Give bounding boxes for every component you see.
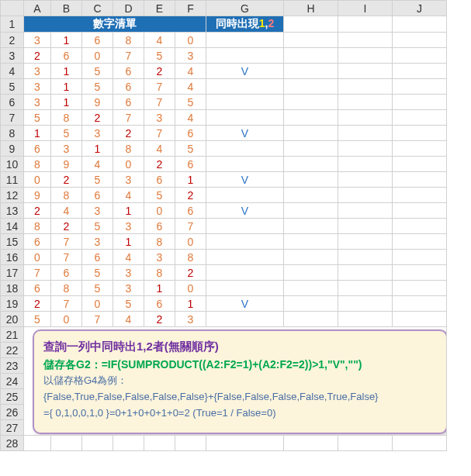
cell[interactable] [393,296,447,312]
data-cell[interactable]: 3 [24,64,51,79]
data-cell[interactable]: 3 [113,219,144,234]
col-header-G[interactable]: G [206,1,284,16]
cell[interactable] [284,250,338,265]
data-cell[interactable]: 8 [113,141,144,157]
cell[interactable] [175,436,206,451]
data-cell[interactable]: 1 [175,296,206,312]
cell[interactable] [393,312,447,327]
data-cell[interactable]: 6 [51,48,82,64]
data-cell[interactable]: 0 [175,234,206,250]
data-cell[interactable]: 9 [82,95,113,110]
cell[interactable] [338,33,393,48]
row-header-5[interactable]: 5 [1,79,24,95]
row-header-2[interactable]: 2 [1,33,24,48]
col-header-J[interactable]: J [393,1,447,16]
data-cell[interactable]: 2 [175,188,206,203]
cell[interactable] [338,79,393,95]
cell[interactable] [284,110,338,126]
cell[interactable] [284,16,338,33]
data-cell[interactable]: 0 [144,203,175,219]
cell[interactable] [393,141,447,157]
data-cell[interactable]: 3 [113,281,144,296]
row-header-12[interactable]: 12 [1,188,24,203]
data-cell[interactable]: 8 [144,234,175,250]
cell[interactable] [338,188,393,203]
cell[interactable] [82,436,113,451]
data-cell[interactable]: 1 [51,79,82,95]
data-cell[interactable]: 5 [144,48,175,64]
cell[interactable] [393,33,447,48]
data-cell[interactable]: 7 [144,79,175,95]
cell[interactable] [393,79,447,95]
cell[interactable] [284,48,338,64]
row-header-21[interactable]: 21 [1,327,24,343]
row-header-17[interactable]: 17 [1,265,24,281]
col-header-E[interactable]: E [144,1,175,16]
row-header-10[interactable]: 10 [1,157,24,172]
data-cell[interactable]: 1 [82,141,113,157]
title-cell[interactable]: 數字清單 [24,16,206,33]
cell[interactable] [338,95,393,110]
cell[interactable] [338,219,393,234]
cell[interactable] [284,234,338,250]
data-cell[interactable]: 7 [175,219,206,234]
row-header-11[interactable]: 11 [1,172,24,188]
data-cell[interactable]: 5 [144,188,175,203]
data-cell[interactable]: 0 [24,250,51,265]
cell[interactable] [393,436,447,451]
data-cell[interactable]: 4 [113,188,144,203]
row-header-27[interactable]: 27 [1,420,24,436]
cell[interactable] [338,281,393,296]
data-cell[interactable]: 2 [113,126,144,141]
data-cell[interactable]: 8 [175,250,206,265]
result-cell[interactable] [206,265,284,281]
row-header-3[interactable]: 3 [1,48,24,64]
data-cell[interactable]: 5 [24,110,51,126]
col-header-A[interactable]: A [24,1,51,16]
data-cell[interactable]: 0 [175,281,206,296]
data-cell[interactable]: 5 [24,312,51,327]
data-cell[interactable]: 0 [113,157,144,172]
cell[interactable] [338,141,393,157]
data-cell[interactable]: 5 [82,219,113,234]
data-cell[interactable]: 3 [113,265,144,281]
row-header-13[interactable]: 13 [1,203,24,219]
data-cell[interactable]: 4 [113,312,144,327]
cell[interactable] [284,188,338,203]
cell[interactable] [338,64,393,79]
cell[interactable] [393,110,447,126]
data-cell[interactable]: 0 [82,48,113,64]
data-cell[interactable]: 6 [144,219,175,234]
row-header-19[interactable]: 19 [1,296,24,312]
data-cell[interactable]: 3 [175,48,206,64]
data-cell[interactable]: 7 [144,126,175,141]
data-cell[interactable]: 4 [175,79,206,95]
data-cell[interactable]: 3 [82,234,113,250]
cell[interactable] [338,16,393,33]
row-header-23[interactable]: 23 [1,358,24,374]
data-cell[interactable]: 1 [113,203,144,219]
data-cell[interactable]: 1 [51,95,82,110]
cell[interactable] [284,203,338,219]
data-cell[interactable]: 6 [113,79,144,95]
cell[interactable] [113,436,144,451]
col-header-C[interactable]: C [82,1,113,16]
result-cell[interactable] [206,33,284,48]
col-header-F[interactable]: F [175,1,206,16]
cell[interactable] [284,141,338,157]
cell[interactable] [393,219,447,234]
cell[interactable] [338,234,393,250]
result-header-cell[interactable]: 同時出現1,2 [206,16,284,33]
data-cell[interactable]: 7 [51,296,82,312]
data-cell[interactable]: 6 [113,64,144,79]
cell[interactable] [284,79,338,95]
data-cell[interactable]: 3 [24,33,51,48]
cell[interactable] [284,157,338,172]
cell[interactable] [338,203,393,219]
data-cell[interactable]: 6 [144,172,175,188]
row-header-8[interactable]: 8 [1,126,24,141]
data-cell[interactable]: 8 [24,157,51,172]
data-cell[interactable]: 7 [82,312,113,327]
cell[interactable] [393,250,447,265]
result-cell[interactable]: V [206,64,284,79]
